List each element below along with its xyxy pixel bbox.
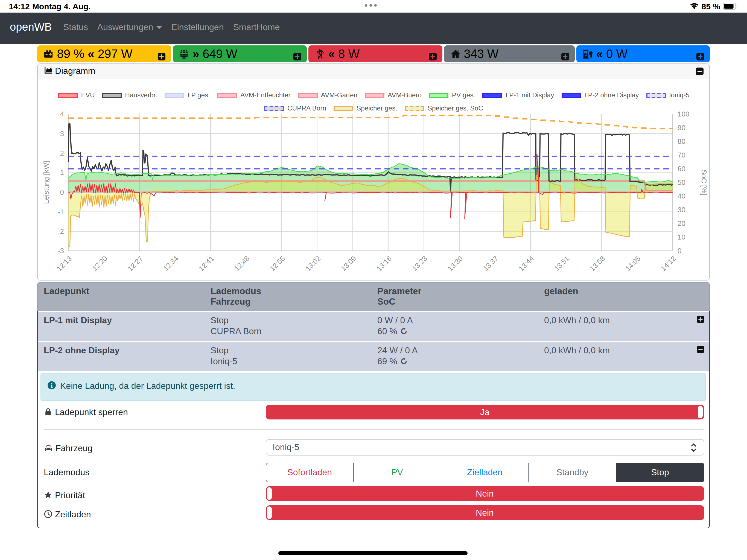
svg-text:20: 20 bbox=[677, 219, 686, 228]
svg-text:40: 40 bbox=[677, 192, 686, 200]
svg-text:12:55: 12:55 bbox=[268, 254, 287, 273]
svg-text:-3: -3 bbox=[58, 247, 64, 255]
svg-text:13:51: 13:51 bbox=[552, 254, 571, 273]
svg-text:12:48: 12:48 bbox=[233, 254, 251, 273]
svg-text:-1: -1 bbox=[58, 208, 64, 216]
svg-text:13:44: 13:44 bbox=[517, 254, 535, 273]
svg-text:12:41: 12:41 bbox=[197, 254, 215, 273]
svg-text:70: 70 bbox=[677, 151, 686, 159]
svg-text:12:13: 12:13 bbox=[55, 254, 73, 273]
svg-text:-2: -2 bbox=[58, 227, 64, 235]
svg-text:3: 3 bbox=[60, 130, 64, 138]
svg-text:SoC [%]: SoC [%] bbox=[700, 169, 708, 195]
svg-text:60: 60 bbox=[677, 164, 686, 173]
svg-text:13:09: 13:09 bbox=[339, 254, 358, 273]
svg-text:13:37: 13:37 bbox=[482, 254, 500, 273]
svg-text:14:05: 14:05 bbox=[624, 254, 642, 273]
svg-text:13:30: 13:30 bbox=[446, 254, 464, 273]
svg-text:50: 50 bbox=[677, 178, 686, 186]
svg-text:13:23: 13:23 bbox=[410, 254, 429, 273]
svg-text:1: 1 bbox=[60, 169, 64, 177]
svg-text:10: 10 bbox=[677, 233, 686, 241]
svg-text:100: 100 bbox=[677, 110, 689, 118]
svg-text:13:16: 13:16 bbox=[375, 254, 393, 273]
svg-text:13:02: 13:02 bbox=[304, 254, 322, 273]
svg-text:2: 2 bbox=[60, 149, 64, 157]
svg-text:14:12: 14:12 bbox=[659, 254, 677, 273]
svg-text:90: 90 bbox=[677, 124, 686, 132]
svg-text:0: 0 bbox=[677, 247, 681, 255]
svg-text:12:34: 12:34 bbox=[162, 254, 180, 273]
svg-text:12:20: 12:20 bbox=[91, 254, 109, 273]
svg-text:80: 80 bbox=[677, 137, 686, 146]
svg-text:13:58: 13:58 bbox=[588, 254, 607, 273]
svg-text:Leistung [kW]: Leistung [kW] bbox=[42, 161, 50, 204]
svg-text:30: 30 bbox=[677, 206, 686, 214]
svg-text:12:27: 12:27 bbox=[126, 254, 145, 273]
svg-text:4: 4 bbox=[60, 110, 64, 118]
svg-text:0: 0 bbox=[60, 188, 64, 196]
